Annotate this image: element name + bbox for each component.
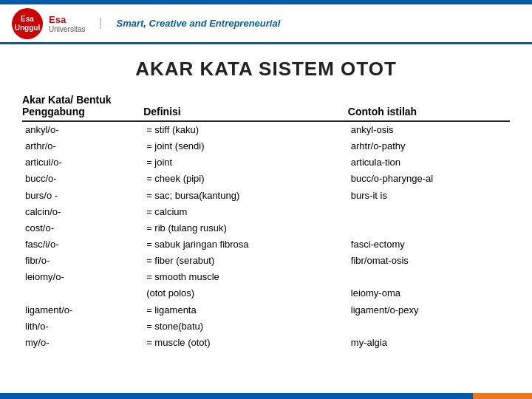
cell-example: leiomy-oma bbox=[348, 285, 510, 301]
table-row: burs/o -= sac; bursa(kantung)burs-it is bbox=[22, 188, 510, 204]
bottom-bar-orange bbox=[473, 393, 532, 399]
cell-definition: = sac; bursa(kantung) bbox=[143, 188, 348, 204]
cell-example: my-algia bbox=[348, 335, 510, 351]
header-tagline: Smart, Creative and Entrepreneurial bbox=[100, 18, 280, 29]
table-row: cost/o-= rib (tulang rusuk) bbox=[22, 220, 510, 236]
cell-term: burs/o - bbox=[22, 188, 143, 204]
table-row: lith/o-= stone(batu) bbox=[22, 318, 510, 335]
cell-term: arthr/o- bbox=[22, 138, 143, 154]
cell-definition: = cheek (pipi) bbox=[143, 171, 348, 187]
cell-example bbox=[348, 318, 510, 335]
cell-example bbox=[348, 269, 510, 285]
cell-definition: = smooth muscle bbox=[143, 269, 348, 285]
page-title: AKAR KATA SISTEM OTOT bbox=[22, 58, 510, 81]
table-header-row: Akar Kata/ Bentuk Penggabung Definisi Co… bbox=[22, 94, 510, 121]
cell-term: fasc/i/o- bbox=[22, 236, 143, 253]
col-header-definition: Definisi bbox=[143, 94, 348, 121]
bottom-accent-bar bbox=[0, 393, 532, 399]
cell-definition: = stiff (kaku) bbox=[143, 121, 348, 138]
table-row: leiomy/o-= smooth muscle bbox=[22, 269, 510, 285]
cell-example: ligament/o-pexy bbox=[348, 302, 510, 318]
cell-term: ankyl/o- bbox=[22, 121, 143, 138]
cell-term: articul/o- bbox=[22, 154, 143, 171]
cell-definition: = muscle (otot) bbox=[143, 335, 348, 351]
cell-definition: = joint bbox=[143, 154, 348, 171]
cell-definition: = stone(batu) bbox=[143, 318, 348, 335]
logo-text: Esa bbox=[49, 14, 85, 25]
table-row: fibr/o-= fiber (serabut)fibr/omat-osis bbox=[22, 253, 510, 269]
table-row: fasc/i/o-= sabuk jaringan fibrosafasci-e… bbox=[22, 236, 510, 253]
col-header-term: Akar Kata/ Bentuk Penggabung bbox=[22, 94, 143, 121]
bottom-bar-blue bbox=[0, 393, 473, 399]
table-row: articul/o-= jointarticula-tion bbox=[22, 154, 510, 171]
cell-example: arhtr/o-pathy bbox=[348, 138, 510, 154]
cell-term: cost/o- bbox=[22, 220, 143, 236]
cell-example: burs-it is bbox=[348, 188, 510, 204]
cell-definition: = rib (tulang rusuk) bbox=[143, 220, 348, 236]
cell-term: calcin/o- bbox=[22, 204, 143, 220]
table-row: ankyl/o-= stiff (kaku)ankyl-osis bbox=[22, 121, 510, 138]
cell-definition: = fiber (serabut) bbox=[143, 253, 348, 269]
cell-term: bucc/o- bbox=[22, 171, 143, 187]
cell-example: fibr/omat-osis bbox=[348, 253, 510, 269]
table-row: bucc/o-= cheek (pipi)bucc/o-pharynge-al bbox=[22, 171, 510, 187]
cell-example: articula-tion bbox=[348, 154, 510, 171]
cell-example bbox=[348, 204, 510, 220]
cell-example: bucc/o-pharynge-al bbox=[348, 171, 510, 187]
cell-term: lith/o- bbox=[22, 318, 143, 335]
cell-term: fibr/o- bbox=[22, 253, 143, 269]
logo-area: EsaUnggul Esa Universitas bbox=[12, 8, 85, 39]
cell-example bbox=[348, 220, 510, 236]
cell-term: leiomy/o- bbox=[22, 269, 143, 285]
cell-definition: = joint (sendi) bbox=[143, 138, 348, 154]
cell-term: my/o- bbox=[22, 335, 143, 351]
table-row: calcin/o-= calcium bbox=[22, 204, 510, 220]
cell-term bbox=[22, 285, 143, 301]
cell-example: ankyl-osis bbox=[348, 121, 510, 138]
logo-subtitle: Universitas bbox=[49, 25, 85, 33]
col-header-example: Contoh istilah bbox=[348, 94, 510, 121]
header: EsaUnggul Esa Universitas Smart, Creativ… bbox=[0, 4, 532, 44]
cell-definition: = calcium bbox=[143, 204, 348, 220]
table-row: (otot polos)leiomy-oma bbox=[22, 285, 510, 301]
table-row: my/o-= muscle (otot)my-algia bbox=[22, 335, 510, 351]
cell-term: ligament/o- bbox=[22, 302, 143, 318]
cell-definition: (otot polos) bbox=[143, 285, 348, 301]
cell-definition: = sabuk jaringan fibrosa bbox=[143, 236, 348, 253]
table-row: ligament/o-= ligamentaligament/o-pexy bbox=[22, 302, 510, 318]
main-content: AKAR KATA SISTEM OTOT Akar Kata/ Bentuk … bbox=[0, 44, 532, 358]
akar-kata-table: Akar Kata/ Bentuk Penggabung Definisi Co… bbox=[22, 94, 510, 351]
table-row: arthr/o-= joint (sendi)arhtr/o-pathy bbox=[22, 138, 510, 154]
logo-icon: EsaUnggul bbox=[12, 8, 43, 39]
cell-example: fasci-ectomy bbox=[348, 236, 510, 253]
cell-definition: = ligamenta bbox=[143, 302, 348, 318]
